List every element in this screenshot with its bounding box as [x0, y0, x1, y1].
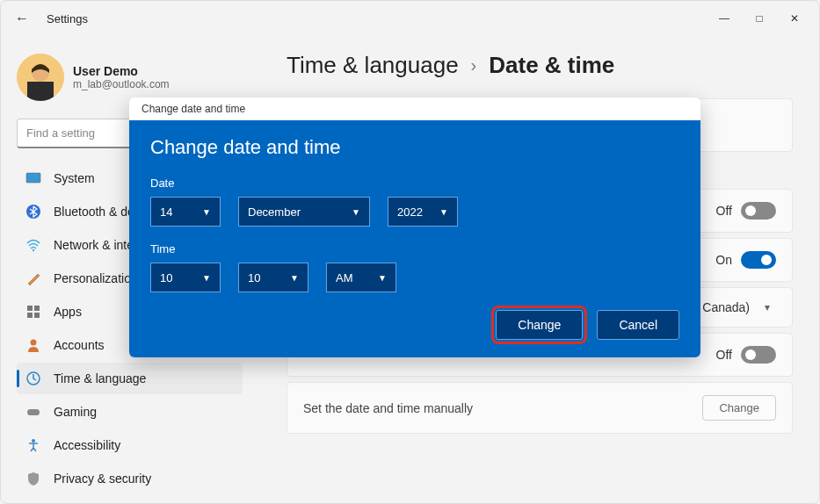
svg-rect-8: [27, 313, 33, 318]
profile-name: User Demo: [73, 64, 170, 78]
sidebar-item-label: Accounts: [54, 338, 105, 352]
sidebar-item-label: System: [54, 171, 95, 185]
avatar: [17, 54, 64, 101]
apps-icon: [25, 304, 41, 320]
system-icon: [25, 170, 41, 186]
sidebar-item-label: Accessibility: [54, 438, 120, 452]
toggle-switch[interactable]: [741, 202, 776, 220]
minute-select[interactable]: 10▼: [238, 263, 308, 292]
toggle-switch[interactable]: [741, 251, 776, 269]
person-icon: [25, 337, 41, 353]
svg-rect-9: [34, 313, 40, 318]
toggle-state-on: On: [715, 253, 732, 267]
svg-rect-1: [27, 82, 54, 101]
wifi-icon: [25, 237, 41, 253]
svg-rect-7: [34, 306, 40, 311]
chevron-right-icon: ›: [471, 55, 477, 76]
sidebar-item-label: Privacy & security: [54, 472, 151, 486]
dialog-window-title: Change date and time: [129, 97, 700, 120]
change-button[interactable]: Change: [702, 395, 776, 421]
manual-time-row: Set the date and time manually Change: [287, 382, 793, 434]
year-select[interactable]: 2022▼: [388, 197, 458, 227]
svg-rect-3: [26, 173, 40, 183]
window-title: Settings: [47, 12, 88, 25]
back-button[interactable]: ←: [8, 4, 36, 32]
toggle-state-off: Off: [716, 348, 732, 362]
chevron-down-icon: ▾: [758, 301, 776, 313]
svg-point-13: [32, 439, 35, 443]
change-date-time-dialog: Change date and time Change date and tim…: [129, 97, 700, 357]
sidebar-item-label: Personalization: [54, 271, 138, 285]
shield-icon: [25, 471, 41, 486]
date-label: Date: [150, 176, 679, 190]
toggle-state-off: Off: [716, 204, 732, 218]
accessibility-icon: [25, 437, 41, 453]
dialog-heading: Change date and time: [150, 136, 679, 159]
sidebar-item-gaming[interactable]: Gaming: [17, 396, 243, 428]
sidebar-item-privacy[interactable]: Privacy & security: [17, 463, 243, 494]
toggle-switch[interactable]: [741, 346, 776, 364]
svg-rect-6: [27, 306, 33, 311]
maximize-button[interactable]: □: [742, 4, 777, 32]
month-select[interactable]: December▼: [238, 197, 370, 227]
chevron-down-icon: ▼: [378, 273, 387, 283]
ampm-select[interactable]: AM▼: [326, 263, 396, 292]
day-select[interactable]: 14▼: [150, 197, 221, 227]
breadcrumb-current: Date & time: [489, 52, 614, 79]
chevron-down-icon: ▼: [439, 207, 448, 217]
sidebar-item-label: Apps: [54, 305, 82, 319]
profile-email: m_lab@outlook.com: [73, 78, 170, 90]
clock-globe-icon: [25, 371, 41, 386]
breadcrumb-parent[interactable]: Time & language: [287, 52, 459, 79]
gamepad-icon: [25, 404, 41, 420]
close-button[interactable]: ✕: [777, 4, 812, 32]
svg-point-5: [33, 249, 34, 251]
chevron-down-icon: ▼: [202, 273, 211, 283]
hour-select[interactable]: 10▼: [150, 263, 221, 292]
brush-icon: [25, 270, 41, 286]
sidebar-item-accessibility[interactable]: Accessibility: [17, 429, 243, 461]
sidebar-item-label: Gaming: [54, 405, 97, 419]
chevron-down-icon: ▼: [352, 207, 360, 217]
sidebar-item-time-language[interactable]: Time & language: [17, 363, 243, 394]
time-label: Time: [150, 242, 679, 256]
sidebar-item-label: Time & language: [54, 371, 146, 385]
dialog-change-button[interactable]: Change: [496, 310, 583, 340]
breadcrumb: Time & language › Date & time: [287, 52, 793, 79]
manual-time-label: Set the date and time manually: [303, 401, 702, 415]
minimize-button[interactable]: ―: [707, 4, 742, 32]
svg-point-10: [31, 340, 37, 346]
dialog-cancel-button[interactable]: Cancel: [597, 310, 679, 340]
chevron-down-icon: ▼: [202, 207, 211, 217]
bluetooth-icon: [25, 204, 41, 220]
chevron-down-icon: ▼: [290, 273, 299, 283]
svg-rect-12: [27, 409, 40, 415]
